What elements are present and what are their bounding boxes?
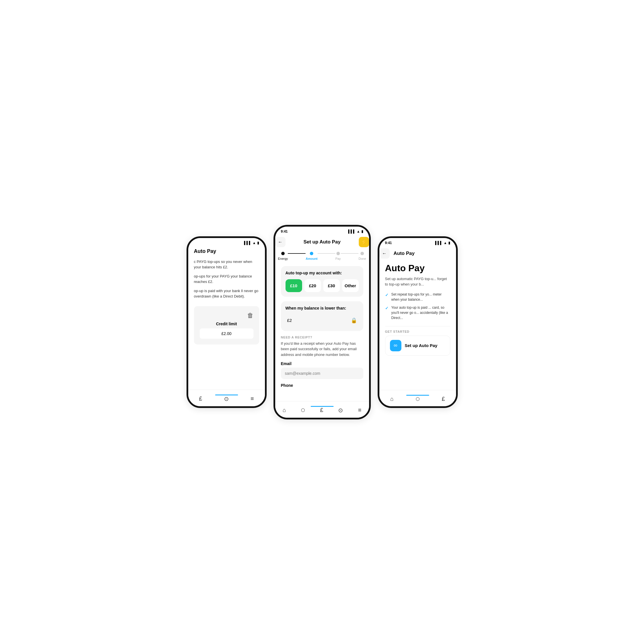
battery-icon-center: ▮	[361, 229, 363, 233]
step-dot-pay	[336, 252, 340, 255]
trash-card: 🗑 Credit limit £2.00	[194, 306, 259, 344]
nav-home-center[interactable]: ⌂	[283, 407, 286, 413]
amount-card-title: Auto top-up my account with:	[286, 271, 359, 275]
step-label-done: Done	[358, 257, 366, 260]
center-scroll-content: Auto top-up my account with: £10 £20 £30…	[275, 266, 369, 418]
nav-help-left[interactable]: ⊙	[224, 395, 229, 402]
amount-btn-20[interactable]: £20	[304, 279, 321, 292]
checklist: ✓ Set repeat top-ups for yo... meter whe…	[385, 292, 450, 320]
step-line-2	[318, 253, 335, 254]
setup-autopay-button[interactable]: ∞ Set up Auto Pay	[385, 336, 450, 356]
status-time-center: 9:41	[281, 229, 288, 233]
back-button-center[interactable]: ←	[275, 237, 286, 247]
right-page-title: Auto Pay	[394, 251, 415, 256]
check-icon-2: ✓	[385, 305, 389, 320]
step-dot-amount	[310, 252, 313, 255]
nav-home-right[interactable]: ⌂	[390, 396, 394, 402]
get-started-label: GET STARTED	[385, 326, 450, 333]
center-phone: 9:41 ▌▌▌ ▲ ▮ ← Set up Auto Pay ⚡ Energy	[274, 225, 371, 419]
nav-menu-center[interactable]: ≡	[358, 407, 362, 413]
step-label-amount: Amount	[306, 257, 318, 260]
status-bar-right: 9:41 ▌▌▌ ▲ ▮	[379, 238, 456, 246]
nav-activity-center[interactable]: ⬡	[301, 407, 305, 413]
signal-icon: ▌▌▌	[244, 241, 251, 245]
lock-icon: 🔒	[351, 317, 357, 324]
receipt-section: NEED A RECEIPT? If you'd like a receipt …	[281, 336, 363, 388]
amount-options: £10 £20 £30 Other	[286, 279, 359, 292]
lightning-button[interactable]: ⚡	[359, 237, 369, 247]
credit-amount: £2.00	[200, 328, 253, 339]
wifi-icon: ▲	[253, 241, 256, 245]
check-icon-1: ✓	[385, 292, 389, 302]
balance-card: When my balance is lower than: £2 🔒	[281, 301, 363, 331]
email-label: Email	[281, 361, 363, 366]
setup-btn-label: Set up Auto Pay	[405, 343, 437, 348]
step-pay: Pay	[335, 252, 341, 260]
checklist-text-1: Set repeat top-ups for yo... meter when …	[391, 292, 450, 302]
battery-icon-right: ▮	[448, 241, 450, 245]
phone-label: Phone	[281, 383, 363, 388]
left-page-title: Auto Pay	[194, 246, 259, 259]
center-page-title: Set up Auto Pay	[286, 239, 359, 245]
signal-icon-center: ▌▌▌	[348, 229, 356, 233]
right-header: ← Auto Pay	[379, 246, 456, 263]
nav-help-center[interactable]: ⊙	[338, 407, 343, 414]
step-line-1	[288, 253, 306, 254]
bottom-nav-left: £ ⊙ ≡	[188, 390, 265, 406]
auto-pay-desc: Set up automatic PAYG top-u... forget to…	[385, 276, 450, 287]
signal-icon-right: ▌▌▌	[435, 241, 443, 245]
balance-row: £2 🔒	[286, 314, 359, 326]
balance-card-title: When my balance is lower than:	[286, 306, 359, 310]
amount-card: Auto top-up my account with: £10 £20 £30…	[281, 266, 363, 297]
right-scroll-content: Auto Pay Set up automatic PAYG top-u... …	[379, 263, 456, 379]
step-energy: Energy	[278, 252, 288, 260]
center-header: ← Set up Auto Pay ⚡	[275, 235, 369, 252]
step-dot-done	[360, 252, 364, 255]
step-label-pay: Pay	[335, 257, 341, 260]
status-bar-center: 9:41 ▌▌▌ ▲ ▮	[275, 227, 369, 235]
step-dot-energy	[281, 252, 285, 255]
step-label-energy: Energy	[278, 257, 288, 260]
receipt-desc: If you'd like a receipt when your Auto P…	[281, 341, 363, 358]
step-line-3	[341, 253, 358, 254]
nav-pound-right[interactable]: £	[442, 396, 445, 402]
checkmark-item-2: ✓ Your auto top-up is paid ... card, so …	[385, 305, 450, 320]
battery-icon: ▮	[257, 241, 259, 245]
step-amount: Amount	[306, 252, 318, 260]
infinity-icon: ∞	[390, 340, 401, 351]
nav-pound-center[interactable]: £	[320, 407, 323, 413]
nav-pound-left[interactable]: £	[199, 395, 202, 402]
step-done: Done	[358, 252, 366, 260]
bottom-nav-right: ⌂ ⬡ £	[379, 390, 456, 406]
wifi-icon-center: ▲	[357, 229, 360, 233]
amount-btn-30[interactable]: £30	[323, 279, 340, 292]
credit-label: Credit limit	[200, 322, 253, 326]
back-button-right[interactable]: ←	[379, 248, 390, 259]
balance-value: £2	[287, 318, 292, 323]
trash-icon[interactable]: 🗑	[247, 312, 253, 319]
right-phone: 9:41 ▌▌▌ ▲ ▮ ← Auto Pay Auto Pay Set up …	[378, 236, 458, 408]
bottom-nav-center: ⌂ ⬡ £ ⊙ ≡	[275, 401, 369, 418]
status-time-right: 9:41	[385, 241, 392, 245]
nav-menu-left[interactable]: ≡	[251, 395, 254, 402]
amount-btn-10[interactable]: £10	[286, 279, 302, 292]
checkmark-item-1: ✓ Set repeat top-ups for yo... meter whe…	[385, 292, 450, 302]
amount-btn-other[interactable]: Other	[342, 279, 359, 292]
auto-pay-heading: Auto Pay	[385, 263, 450, 273]
left-desc-3: op-up is paid with your bank ll never go…	[194, 288, 259, 299]
checklist-text-2: Your auto top-up is paid ... card, so yo…	[391, 305, 450, 320]
wifi-icon-right: ▲	[444, 241, 447, 245]
nav-activity-right[interactable]: ⬡	[416, 396, 420, 402]
receipt-label: NEED A RECEIPT?	[281, 336, 363, 339]
email-input[interactable]	[281, 368, 363, 379]
status-bar-left: ▌▌▌ ▲ ▮	[188, 238, 265, 246]
left-desc-2: op-ups for your PAYG your balance reache…	[194, 274, 259, 285]
left-desc-1: c PAYG top-ups so you never when your ba…	[194, 259, 259, 270]
left-phone: ▌▌▌ ▲ ▮ Auto Pay c PAYG top-ups so you n…	[187, 236, 267, 408]
progress-steps: Energy Amount Pay Done	[275, 252, 369, 260]
